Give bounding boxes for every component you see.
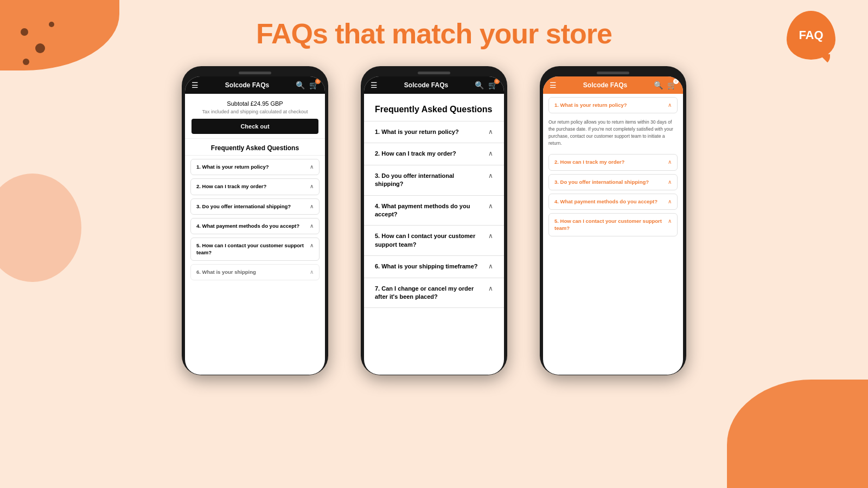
list-item[interactable]: 4. What payment methods do you accept? ∧ (190, 218, 320, 234)
list-item[interactable]: 1. What is your return policy? ∧ (364, 121, 504, 143)
phone1-faq-title: Frequently Asked Questions (185, 139, 325, 156)
phone2-faq-list: 1. What is your return policy? ∧ 2. How … (364, 121, 504, 308)
chevron-icon: ∧ (310, 269, 314, 275)
phone-1: ☰ Solcode FAQs 🔍 🛒0 Subtotal £24.95 GBP … (182, 66, 328, 375)
list-item[interactable]: 2. How can I track my order? ∧ (364, 143, 504, 165)
phones-container: ☰ Solcode FAQs 🔍 🛒0 Subtotal £24.95 GBP … (0, 50, 868, 375)
chevron-icon: ∧ (488, 285, 493, 292)
chevron-icon: ∧ (310, 223, 314, 229)
phone-1-nav: ☰ Solcode FAQs 🔍 🛒0 (185, 76, 325, 94)
cart-icon-1[interactable]: 🛒0 (309, 81, 318, 89)
faq-answer-1: Our return policy allows you to return i… (543, 117, 683, 151)
phone-2: ☰ Solcode FAQs 🔍 🛒0 Frequently Asked Que… (361, 66, 507, 375)
list-item[interactable]: 4. What payment methods do you accept? ∧ (548, 194, 678, 210)
checkout-section: Subtotal £24.95 GBP Tax included and shi… (185, 94, 325, 139)
phone-2-nav-icons: 🔍 🛒0 (475, 81, 497, 89)
chevron-icon: ∧ (488, 150, 493, 157)
phone-3-notch (597, 72, 629, 74)
chevron-icon: ∧ (668, 159, 672, 165)
bg-blob-bottom-right (727, 380, 868, 488)
phone-3-nav-icons: 🔍 🛒0 (654, 81, 676, 89)
list-item[interactable]: 1. What is your return policy? ∧ (548, 97, 678, 113)
list-item[interactable]: 4. What payment methods do you accept? ∧ (364, 196, 504, 226)
chevron-icon: ∧ (668, 179, 672, 185)
chevron-icon: ∧ (488, 262, 493, 270)
chevron-icon: ∧ (668, 102, 672, 108)
chevron-icon: ∧ (488, 172, 493, 179)
phone-3: ☰ Solcode FAQs 🔍 🛒0 1. What is your retu… (540, 66, 686, 375)
phone-3-nav: ☰ Solcode FAQs 🔍 🛒0 (543, 76, 683, 94)
chevron-icon: ∧ (668, 198, 672, 204)
list-item[interactable]: 2. How can I track my order? ∧ (190, 178, 320, 195)
shipping-note: Tax included and shipping calculated at … (192, 109, 318, 114)
menu-icon-1: ☰ (192, 81, 199, 89)
list-item[interactable]: 3. Do you offer international shipping? … (364, 165, 504, 196)
list-item[interactable]: 1. What is your return policy? ∧ (190, 159, 320, 175)
page-title: FAQs that match your store (0, 0, 868, 50)
phone2-faq-main-title: Frequently Asked Questions (364, 94, 504, 121)
search-icon-3[interactable]: 🔍 (654, 81, 663, 89)
list-item[interactable]: 5. How can I contact your customer suppo… (190, 237, 320, 261)
chevron-icon: ∧ (488, 232, 493, 240)
chevron-icon: ∧ (488, 128, 493, 136)
phone-2-notch (418, 72, 450, 74)
phone-1-screen: ☰ Solcode FAQs 🔍 🛒0 Subtotal £24.95 GBP … (185, 76, 325, 375)
cart-icon-3[interactable]: 🛒0 (667, 81, 676, 89)
phone3-faq-list: 1. What is your return policy? ∧ Our ret… (543, 94, 683, 240)
list-item[interactable]: 6. What is your shipping timeframe? ∧ (364, 256, 504, 278)
chevron-icon: ∧ (310, 242, 314, 248)
menu-icon-3: ☰ (550, 81, 557, 89)
phone-3-screen: ☰ Solcode FAQs 🔍 🛒0 1. What is your retu… (543, 76, 683, 375)
chevron-icon: ∧ (310, 203, 314, 209)
chevron-icon: ∧ (488, 202, 493, 210)
list-item[interactable]: 3. Do you offer international shipping? … (190, 198, 320, 215)
phone-2-nav-title: Solcode FAQs (404, 81, 448, 89)
list-item[interactable]: 5. How can I contact your customer suppo… (364, 226, 504, 256)
list-item[interactable]: 3. Do you offer international shipping? … (548, 174, 678, 190)
list-item[interactable]: 7. Can I change or cancel my order after… (364, 278, 504, 309)
chevron-icon: ∧ (310, 183, 314, 189)
phone-1-notch (239, 72, 271, 74)
cart-icon-2[interactable]: 🛒0 (488, 81, 497, 89)
search-icon-2[interactable]: 🔍 (475, 81, 484, 89)
subtotal-text: Subtotal £24.95 GBP (192, 100, 318, 107)
search-icon-1[interactable]: 🔍 (296, 81, 305, 89)
checkout-button[interactable]: Check out (192, 119, 318, 134)
phone-1-nav-title: Solcode FAQs (225, 81, 269, 89)
list-item[interactable]: 2. How can I track my order? ∧ (548, 154, 678, 170)
chevron-icon: ∧ (310, 164, 314, 170)
menu-icon-2: ☰ (371, 81, 378, 89)
phone-2-nav: ☰ Solcode FAQs 🔍 🛒0 (364, 76, 504, 94)
chevron-icon: ∧ (668, 218, 672, 224)
phone1-faq-list: 1. What is your return policy? ∧ 2. How … (185, 156, 325, 284)
phone-2-screen: ☰ Solcode FAQs 🔍 🛒0 Frequently Asked Que… (364, 76, 504, 375)
phone-1-nav-icons: 🔍 🛒0 (296, 81, 318, 89)
list-item[interactable]: 5. How can I contact your customer suppo… (548, 213, 678, 236)
phone-3-nav-title: Solcode FAQs (583, 81, 627, 89)
list-item[interactable]: 6. What is your shipping ∧ (190, 264, 320, 280)
